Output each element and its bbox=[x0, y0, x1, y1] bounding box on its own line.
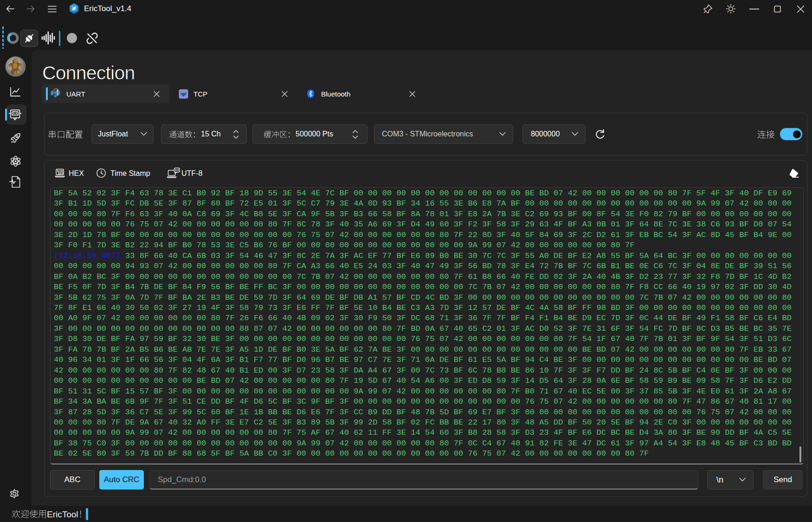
svg-text:101: 101 bbox=[58, 172, 64, 175]
